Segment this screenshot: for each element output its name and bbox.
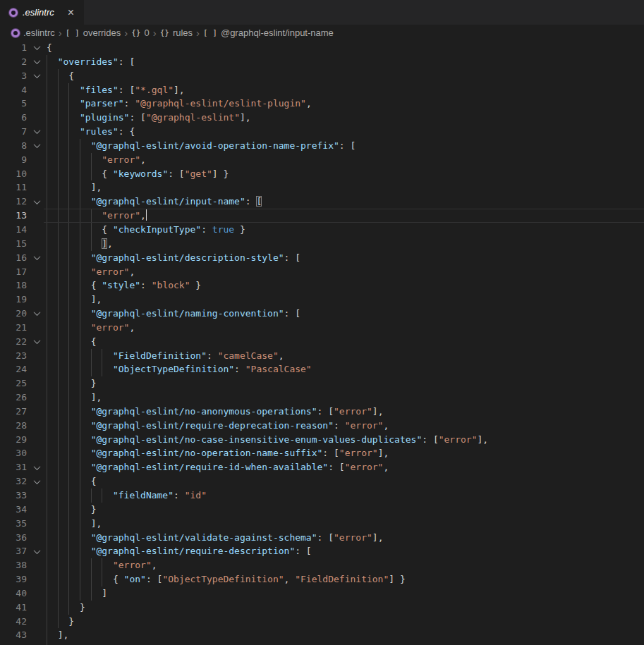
code-line-text[interactable]: } [47,376,644,391]
code-line-text[interactable]: "FieldDefinition": "camelCase", [47,349,644,363]
tab-eslintrc[interactable]: .eslintrc × [0,0,85,25]
fold-chevron-icon[interactable] [27,139,47,153]
code-line-text[interactable]: { [47,41,644,55]
code-line-text[interactable]: "@graphql-eslint/no-anonymous-operations… [47,405,644,419]
breadcrumb-item-rules[interactable]: {}rules [160,27,193,38]
code-line-text[interactable]: "parser": "@typescript-eslint/parser" [47,642,644,645]
code-line[interactable]: 19 ], [0,293,644,307]
code-line-text[interactable]: { "checkInputType": true } [47,223,644,237]
code-line[interactable]: 4 "files": ["*.gql"], [0,83,644,97]
code-line-text[interactable]: ] [47,586,644,601]
code-line-text[interactable]: } [47,503,644,517]
fold-chevron-icon[interactable] [27,460,47,474]
code-line[interactable]: 33 "fieldName": "id" [0,489,644,503]
code-line-text[interactable]: "@graphql-eslint/input-name": [ [47,195,644,209]
code-line[interactable]: 17 "error", [0,265,644,279]
code-line[interactable]: 11 ], [0,180,644,195]
code-line[interactable]: 35 ], [0,517,644,531]
code-line-text[interactable]: "@graphql-eslint/validate-against-schema… [47,531,644,545]
code-line[interactable]: 14 { "checkInputType": true } [0,223,644,237]
code-line-text[interactable]: "plugins": ["@graphql-eslint"], [47,111,644,125]
code-line[interactable]: 26 ], [0,391,644,405]
code-line[interactable]: 29 "@graphql-eslint/no-case-insensitive-… [0,433,644,447]
fold-chevron-icon[interactable] [27,125,47,139]
code-line[interactable]: 30 "@graphql-eslint/no-operation-name-su… [0,446,644,460]
fold-chevron-icon[interactable] [27,307,47,321]
code-line[interactable]: 43 ], [0,628,644,642]
code-line-text[interactable]: } [47,601,644,615]
code-line[interactable]: 13 "error", [0,209,644,223]
code-line[interactable]: 34 } [0,503,644,517]
code-line[interactable]: 38 "error", [0,558,644,572]
code-line-text[interactable]: ], [47,391,644,405]
code-line[interactable]: 1{ [0,41,644,55]
code-line-text[interactable]: ], [47,517,644,531]
code-line[interactable]: 31 "@graphql-eslint/require-id-when-avai… [0,460,644,474]
code-line[interactable]: 2 "overrides": [ [0,55,644,69]
code-line[interactable]: 8 "@graphql-eslint/avoid-operation-name-… [0,139,644,153]
code-line[interactable]: 25 } [0,376,644,391]
code-line[interactable]: 37 "@graphql-eslint/require-description"… [0,544,644,558]
code-line-text[interactable]: { [47,335,644,349]
code-line[interactable]: 42 } [0,615,644,629]
fold-chevron-icon[interactable] [27,41,47,55]
code-line-text[interactable]: "ObjectTypeDefinition": "PascalCase" [47,362,644,376]
code-line-text[interactable]: "@graphql-eslint/require-deprecation-rea… [47,419,644,433]
code-line-text[interactable]: "files": ["*.gql"], [47,83,644,97]
code-line[interactable]: 39 { "on": ["ObjectTypeDefinition", "Fie… [0,572,644,586]
code-line[interactable]: 23 "FieldDefinition": "camelCase", [0,349,644,363]
code-line[interactable]: 9 "error", [0,153,644,167]
code-line[interactable]: 41 } [0,601,644,615]
code-line-text[interactable]: ], [47,237,644,251]
code-line[interactable]: 7 "rules": { [0,125,644,139]
code-line-text[interactable]: "rules": { [47,125,644,139]
code-line-text[interactable]: "overrides": [ [47,55,644,69]
code-line-text[interactable]: { "keywords": ["get"] } [47,167,644,181]
code-line[interactable]: 44 "parser": "@typescript-eslint/parser" [0,642,644,645]
code-line-text[interactable]: "error", [47,321,644,335]
code-line[interactable]: 10 { "keywords": ["get"] } [0,167,644,181]
code-line-text[interactable]: "@graphql-eslint/require-id-when-availab… [47,460,644,474]
code-line[interactable]: 15 ], [0,237,644,251]
fold-chevron-icon[interactable] [27,55,47,69]
breadcrumb-item-overrides[interactable]: [ ]overrides [66,27,121,38]
close-icon[interactable]: × [65,7,77,18]
fold-chevron-icon[interactable] [27,544,47,558]
code-area[interactable]: 1{2 "overrides": [3 {4 "files": ["*.gql"… [0,41,644,645]
code-line[interactable]: 28 "@graphql-eslint/require-deprecation-… [0,419,644,433]
code-line[interactable]: 21 "error", [0,321,644,335]
code-line[interactable]: 3 { [0,69,644,83]
breadcrumb-item--eslintrc[interactable]: .eslintrc [11,27,55,38]
code-line-text[interactable]: { [47,69,644,83]
code-line[interactable]: 24 "ObjectTypeDefinition": "PascalCase" [0,362,644,376]
fold-chevron-icon[interactable] [27,335,47,349]
code-line-text[interactable]: "error", [47,153,644,167]
code-line-text[interactable]: "fieldName": "id" [47,489,644,503]
code-line[interactable]: 32 { [0,474,644,489]
code-line-text[interactable]: "error", [47,265,644,279]
code-line-text[interactable]: "error", [47,209,644,223]
code-line-text[interactable]: ], [47,628,644,642]
fold-chevron-icon[interactable] [27,474,47,489]
code-line-text[interactable]: "@graphql-eslint/naming-convention": [ [47,307,644,321]
code-line-text[interactable]: "@graphql-eslint/require-description": [ [47,544,644,558]
code-line-text[interactable]: ], [47,180,644,195]
code-line-text[interactable]: { [47,474,644,489]
code-line-text[interactable]: { "on": ["ObjectTypeDefinition", "FieldD… [47,572,644,586]
fold-chevron-icon[interactable] [27,195,47,209]
code-line-text[interactable]: "parser": "@graphql-eslint/eslint-plugin… [47,97,644,111]
code-line[interactable]: 36 "@graphql-eslint/validate-against-sch… [0,531,644,545]
code-line[interactable]: 16 "@graphql-eslint/description-style": … [0,251,644,265]
code-line[interactable]: 12 "@graphql-eslint/input-name": [ [0,195,644,209]
code-line[interactable]: 18 { "style": "block" } [0,278,644,293]
breadcrumb-item-0[interactable]: {}0 [131,27,149,38]
code-line-text[interactable]: "@graphql-eslint/no-case-insensitive-enu… [47,433,644,447]
code-line[interactable]: 22 { [0,335,644,349]
fold-chevron-icon[interactable] [27,69,47,83]
breadcrumb-item--graphql-eslint-input-name[interactable]: [ ]@graphql-eslint/input-name [203,27,334,38]
code-line-text[interactable]: "@graphql-eslint/description-style": [ [47,251,644,265]
code-line-text[interactable]: "@graphql-eslint/avoid-operation-name-pr… [47,139,644,153]
code-line-text[interactable]: } [47,615,644,629]
code-line-text[interactable]: { "style": "block" } [47,278,644,293]
code-line[interactable]: 27 "@graphql-eslint/no-anonymous-operati… [0,405,644,419]
